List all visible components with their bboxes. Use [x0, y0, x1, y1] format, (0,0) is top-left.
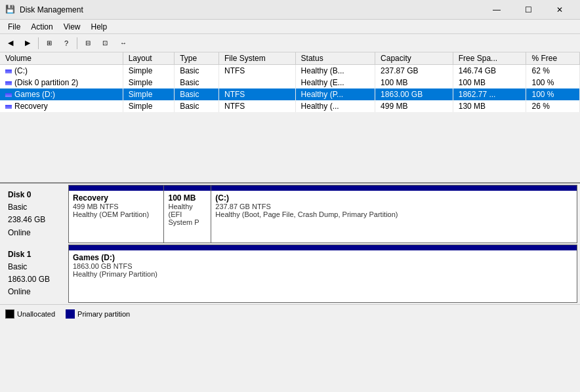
volume-table: Volume Layout Type File System Status Ca… — [0, 52, 580, 112]
cell-capacity: 1863.00 GB — [375, 88, 453, 100]
cell-capacity: 499 MB — [375, 100, 453, 112]
cell-status: Healthy (E... — [295, 77, 375, 88]
disk-partitions-0: Recovery 499 MB NTFS Healthy (OEM Partit… — [68, 185, 577, 243]
cell-capacity: 237.87 GB — [375, 65, 453, 77]
col-filesystem[interactable]: File System — [219, 52, 296, 65]
cell-volume: Games (D:) — [0, 88, 123, 100]
cell-type: Basic — [175, 65, 219, 77]
toolbar-forward[interactable]: ▶ — [20, 36, 35, 50]
partition-size-1-0: 1863.00 GB NTFS — [73, 262, 573, 270]
toolbar-disk-props[interactable]: ⊞ — [41, 36, 57, 50]
partition-name-0-1: 100 MB — [168, 193, 207, 203]
volume-table-area: Volume Layout Type File System Status Ca… — [0, 52, 580, 184]
toolbar-btn5[interactable]: ↔ — [114, 36, 133, 50]
disk-label-0: Disk 0Basic238.46 GBOnline — [3, 185, 68, 243]
partition-0-0[interactable]: Recovery 499 MB NTFS Healthy (OEM Partit… — [69, 186, 164, 243]
legend-primary-label: Primary partition — [77, 310, 130, 318]
partition-status-1-0: Healthy (Primary Partition) — [73, 270, 573, 278]
cell-fs: NTFS — [219, 88, 296, 100]
partition-status-0-1: Healthy (EFI System P — [168, 203, 207, 226]
legend-unallocated: Unallocated — [5, 309, 55, 319]
legend: Unallocated Primary partition — [0, 304, 580, 324]
cell-pct: 100 % — [526, 88, 580, 100]
partition-1-0[interactable]: Games (D:) 1863.00 GB NTFS Healthy (Prim… — [69, 245, 577, 302]
cell-pct: 100 % — [526, 77, 580, 88]
table-row[interactable]: Games (D:) Simple Basic NTFS Healthy (P.… — [0, 88, 580, 100]
cell-volume: (C:) — [0, 65, 123, 77]
partition-header-0-0 — [69, 186, 163, 191]
partition-status-0-2: Healthy (Boot, Page File, Crash Dump, Pr… — [215, 210, 573, 218]
menu-view[interactable]: View — [58, 21, 86, 33]
app-icon: 💾 — [5, 5, 16, 15]
vol-icon — [5, 81, 12, 85]
cell-free: 146.74 GB — [453, 65, 526, 77]
menubar: File Action View Help — [0, 20, 580, 34]
partition-size-0-0: 499 MB NTFS — [73, 203, 159, 210]
minimize-button[interactable]: — — [482, 0, 512, 20]
col-status[interactable]: Status — [295, 52, 375, 65]
cell-layout: Simple — [123, 100, 175, 112]
legend-unallocated-box — [5, 309, 14, 319]
toolbar: ◀ ▶ ⊞ ? ⊟ ⊡ ↔ — [0, 34, 580, 52]
toolbar-sep2 — [77, 37, 77, 49]
toolbar-back[interactable]: ◀ — [3, 36, 18, 50]
vol-icon — [5, 93, 12, 97]
disks-container: Disk 0Basic238.46 GBOnline Recovery 499 … — [0, 185, 580, 303]
cell-fs: NTFS — [219, 100, 296, 112]
legend-unallocated-label: Unallocated — [17, 310, 55, 318]
partition-name-0-2: (C:) — [215, 193, 573, 203]
partition-0-2[interactable]: (C:) 237.87 GB NTFS Healthy (Boot, Page … — [211, 186, 577, 243]
col-pctfree[interactable]: % Free — [526, 52, 580, 65]
partition-header-0-1 — [164, 186, 211, 191]
close-button[interactable]: ✕ — [545, 0, 575, 20]
disk-partitions-1: Games (D:) 1863.00 GB NTFS Healthy (Prim… — [68, 245, 577, 303]
table-row[interactable]: Recovery Simple Basic NTFS Healthy (... … — [0, 100, 580, 112]
cell-status: Healthy (P... — [295, 88, 375, 100]
maximize-button[interactable]: ☐ — [513, 0, 543, 20]
disk-area: Disk 0Basic238.46 GBOnline Recovery 499 … — [0, 184, 580, 392]
cell-type: Basic — [175, 88, 219, 100]
cell-fs: NTFS — [219, 65, 296, 77]
toolbar-help[interactable]: ? — [58, 36, 74, 50]
window-controls: — ☐ ✕ — [482, 0, 575, 20]
cell-fs — [219, 77, 296, 88]
cell-pct: 62 % — [526, 65, 580, 77]
partition-name-1-0: Games (D:) — [73, 253, 573, 262]
col-capacity[interactable]: Capacity — [375, 52, 453, 65]
toolbar-btn3[interactable]: ⊟ — [80, 36, 96, 50]
cell-type: Basic — [175, 77, 219, 88]
col-volume[interactable]: Volume — [0, 52, 123, 65]
table-row[interactable]: (Disk 0 partition 2) Simple Basic Health… — [0, 77, 580, 88]
disk-row-1: Disk 1Basic1863.00 GBOnline Games (D:) 1… — [3, 245, 577, 303]
cell-layout: Simple — [123, 65, 175, 77]
table-header-row: Volume Layout Type File System Status Ca… — [0, 52, 580, 65]
menu-help[interactable]: Help — [86, 21, 113, 33]
menu-action[interactable]: Action — [26, 21, 58, 33]
col-layout[interactable]: Layout — [123, 52, 175, 65]
table-row[interactable]: (C:) Simple Basic NTFS Healthy (B... 237… — [0, 65, 580, 77]
col-freespace[interactable]: Free Spa... — [453, 52, 526, 65]
partition-header-1-0 — [69, 245, 577, 250]
titlebar: 💾 Disk Management — ☐ ✕ — [0, 0, 580, 20]
menu-file[interactable]: File — [3, 21, 26, 33]
disk-label-1: Disk 1Basic1863.00 GBOnline — [3, 245, 68, 303]
disk-row-0: Disk 0Basic238.46 GBOnline Recovery 499 … — [3, 185, 577, 243]
cell-capacity: 100 MB — [375, 77, 453, 88]
partition-header-0-2 — [211, 186, 577, 191]
cell-volume: (Disk 0 partition 2) — [0, 77, 123, 88]
legend-primary: Primary partition — [66, 309, 130, 319]
cell-layout: Simple — [123, 88, 175, 100]
toolbar-sep1 — [38, 37, 39, 49]
cell-free: 1862.77 ... — [453, 88, 526, 100]
cell-pct: 26 % — [526, 100, 580, 112]
cell-free: 130 MB — [453, 100, 526, 112]
cell-free: 100 MB — [453, 77, 526, 88]
partition-status-0-0: Healthy (OEM Partition) — [73, 210, 159, 218]
legend-primary-box — [66, 309, 75, 319]
col-type[interactable]: Type — [175, 52, 219, 65]
vol-icon — [5, 69, 12, 73]
cell-status: Healthy (B... — [295, 65, 375, 77]
partition-0-1[interactable]: 100 MB Healthy (EFI System P — [164, 186, 211, 243]
cell-volume: Recovery — [0, 100, 123, 112]
toolbar-btn4[interactable]: ⊡ — [97, 36, 113, 50]
